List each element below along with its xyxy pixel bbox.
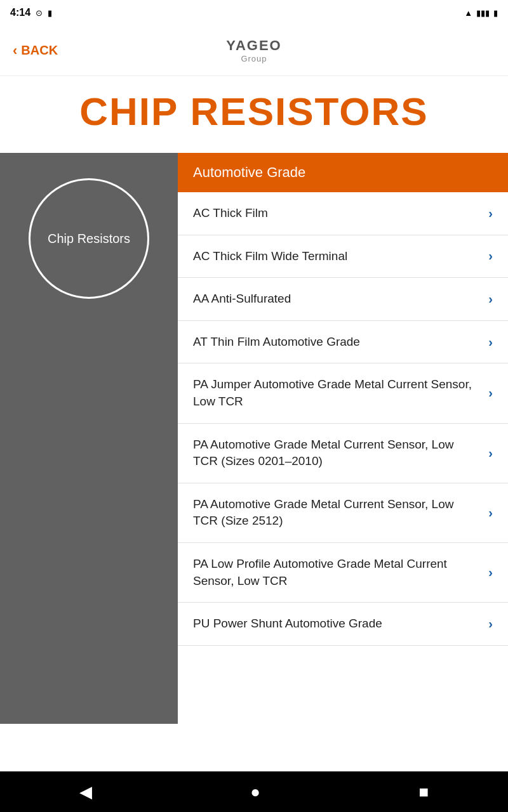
list-item[interactable]: PA Automotive Grade Metal Current Sensor… <box>178 483 508 543</box>
main-content: Chip Resistors Automotive Grade AC Thick… <box>0 153 508 724</box>
category-header: Automotive Grade <box>178 153 508 192</box>
nav-recent-button[interactable]: ■ <box>400 776 448 808</box>
page-title-section: CHIP RESISTORS <box>0 76 508 153</box>
category-header-text: Automotive Grade <box>193 164 305 180</box>
list-container: AC Thick Film › AC Thick Film Wide Termi… <box>178 192 508 646</box>
nav-home-button[interactable]: ● <box>231 776 279 808</box>
list-item[interactable]: PA Low Profile Automotive Grade Metal Cu… <box>178 543 508 603</box>
list-item-label: AC Thick Film <box>193 205 488 222</box>
right-panel: Automotive Grade AC Thick Film › AC Thic… <box>178 153 508 724</box>
top-bar: ‹ BACK YAGEO Group <box>0 25 508 76</box>
chevron-right-icon: › <box>488 206 493 221</box>
list-item-label: AC Thick Film Wide Terminal <box>193 248 488 265</box>
back-label: BACK <box>21 43 58 58</box>
list-item[interactable]: AA Anti-Sulfurated › <box>178 278 508 321</box>
chevron-right-icon: › <box>488 617 493 631</box>
wifi-icon: ▲ <box>464 8 472 18</box>
chevron-right-icon: › <box>488 335 493 350</box>
list-item-label: AT Thin Film Automotive Grade <box>193 334 488 351</box>
back-arrow-icon: ‹ <box>13 43 17 59</box>
status-bar: 4:14 ⊙ ▮ ▲ ▮▮▮ ▮ <box>0 0 508 25</box>
chevron-right-icon: › <box>488 506 493 520</box>
list-item-label: PA Automotive Grade Metal Current Sensor… <box>193 496 488 530</box>
list-item[interactable]: AC Thick Film Wide Terminal › <box>178 235 508 278</box>
page-title: CHIP RESISTORS <box>19 89 489 134</box>
list-item-label: PA Automotive Grade Metal Current Sensor… <box>193 436 488 470</box>
list-item-label: PA Low Profile Automotive Grade Metal Cu… <box>193 556 488 589</box>
back-button[interactable]: ‹ BACK <box>13 43 58 59</box>
sidebar-circle: Chip Resistors <box>29 178 149 299</box>
chevron-right-icon: › <box>488 386 493 400</box>
list-item[interactable]: PA Jumper Automotive Grade Metal Current… <box>178 363 508 423</box>
logo-yageo: YAGEO <box>226 37 281 54</box>
chevron-right-icon: › <box>488 249 493 263</box>
bottom-nav: ◀ ● ■ <box>0 771 508 812</box>
storage-icon: ▮ <box>48 8 52 18</box>
chevron-right-icon: › <box>488 446 493 461</box>
list-item-label: PA Jumper Automotive Grade Metal Current… <box>193 376 488 410</box>
list-item[interactable]: PU Power Shunt Automotive Grade › <box>178 603 508 646</box>
list-item[interactable]: AC Thick Film › <box>178 192 508 235</box>
sidebar-circle-label: Chip Resistors <box>48 230 130 247</box>
list-item[interactable]: PA Automotive Grade Metal Current Sensor… <box>178 424 508 483</box>
logo-container: YAGEO Group <box>226 37 281 63</box>
list-item-label: AA Anti-Sulfurated <box>193 291 488 308</box>
battery-icon: ▮ <box>493 8 498 18</box>
chevron-right-icon: › <box>488 565 493 580</box>
signal-icon: ▮▮▮ <box>476 8 490 18</box>
list-item-label: PU Power Shunt Automotive Grade <box>193 615 488 632</box>
chevron-right-icon: › <box>488 292 493 306</box>
list-item[interactable]: AT Thin Film Automotive Grade › <box>178 321 508 364</box>
sidebar: Chip Resistors <box>0 153 178 724</box>
logo-group: Group <box>226 54 281 63</box>
status-time: 4:14 <box>10 7 30 18</box>
notification-icon: ⊙ <box>36 8 43 18</box>
nav-back-button[interactable]: ◀ <box>60 776 111 808</box>
